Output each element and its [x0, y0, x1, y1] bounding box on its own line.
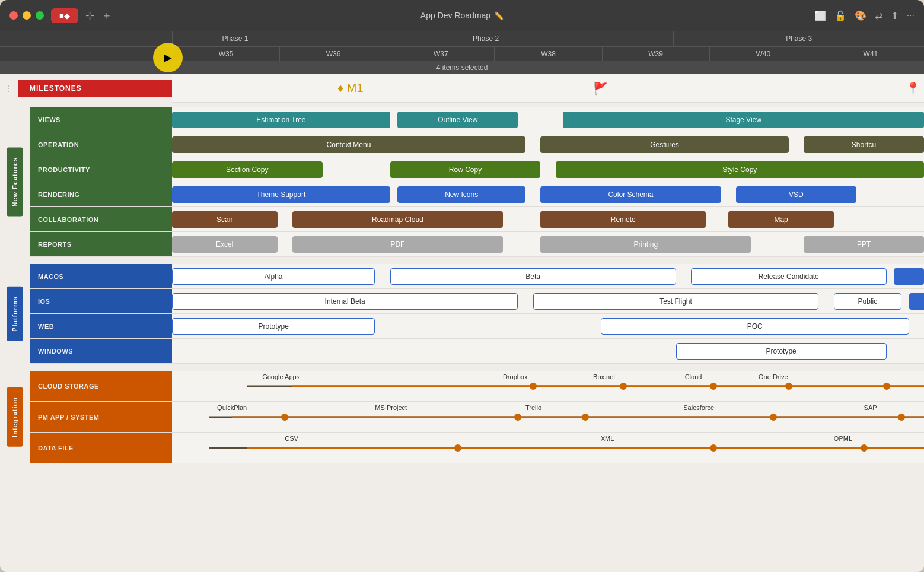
macos-label: MACOS	[30, 264, 172, 288]
milestones-section: ⋮ MILESTONES ♦ M1 🚩 📍	[0, 74, 924, 103]
phase-2: Phase 2	[298, 31, 674, 46]
theme-support-bar[interactable]: Theme Support	[172, 186, 390, 203]
week-w38: W38	[494, 47, 601, 61]
vsd-bar[interactable]: VSD	[736, 186, 856, 203]
week-row: W35 W36 W37 W38 W39 W40 W41	[0, 47, 924, 61]
close-button[interactable]	[9, 11, 18, 20]
timeline-header: Phase 1 Phase 2 Phase 3 W35 W36 W37 W38 …	[0, 31, 924, 74]
new-features-rows: VIEWS Estimation Tree Outline View Stage…	[30, 107, 924, 257]
more-icon[interactable]: ···	[907, 10, 915, 21]
platforms-label: Platforms	[7, 287, 23, 341]
macos-content: Alpha Beta Release Candidate	[172, 264, 924, 288]
reports-content: Excel PDF Printing PPT	[172, 232, 924, 256]
excel-bar[interactable]: Excel	[172, 236, 278, 253]
move-icon[interactable]: ⊹	[85, 9, 94, 22]
selection-text: 4 items selected	[436, 63, 488, 72]
rendering-content: Theme Support New Icons Color Schema VSD	[172, 182, 924, 206]
map-bar[interactable]: Map	[728, 211, 834, 228]
week-w41: W41	[817, 47, 924, 61]
release-candidate-bar[interactable]: Release Candidate	[691, 268, 887, 285]
milestone-m1: ♦ M1	[337, 81, 364, 95]
milestones-label-area: ⋮ MILESTONES	[0, 80, 172, 97]
test-flight-bar[interactable]: Test Flight	[533, 293, 819, 310]
style-copy-bar[interactable]: Style Copy	[556, 161, 924, 178]
context-menu-bar[interactable]: Context Menu	[172, 136, 525, 153]
poc-bar[interactable]: POC	[601, 318, 909, 335]
tool-button[interactable]: ■◆	[51, 8, 78, 23]
data-file-content: CSV XML OPML	[172, 433, 924, 463]
row-copy-bar[interactable]: Row Copy	[390, 161, 541, 178]
sap-label: SAP	[864, 404, 877, 411]
titlebar: ■◆ ⊹ ＋ App Dev Roadmap ✏️ ⬜ 🔓 🎨 ⇄ ⬆ ···	[0, 0, 924, 31]
printing-bar[interactable]: Printing	[540, 236, 751, 253]
cloud-storage-label: CLOUD STORAGE	[30, 371, 172, 401]
new-features-label-col: New Features	[0, 107, 30, 257]
section-copy-bar[interactable]: Section Copy	[172, 161, 323, 178]
estimation-tree-bar[interactable]: Estimation Tree	[172, 112, 390, 128]
tool-icon: ■◆	[59, 11, 70, 20]
pdf-bar[interactable]: PDF	[292, 236, 503, 253]
remote-bar[interactable]: Remote	[540, 211, 706, 228]
onedrive-label: One Drive	[759, 373, 788, 380]
stage-view-bar[interactable]: Stage View	[563, 112, 924, 128]
color-schema-bar[interactable]: Color Schema	[540, 186, 721, 203]
outline-view-bar[interactable]: Outline View	[397, 112, 518, 128]
row-pm-app: PM APP / SYSTEM QuickPlan MS Project	[30, 402, 924, 433]
export-icon[interactable]: ⬆	[891, 10, 898, 21]
web-prototype-bar[interactable]: Prototype	[172, 318, 375, 335]
milestones-content: ♦ M1 🚩 📍	[172, 74, 924, 103]
row-windows: WINDOWS Prototype	[30, 339, 924, 364]
opml-label: OPML	[834, 435, 852, 442]
dropbox-label: Dropbox	[503, 373, 528, 380]
scroll-content[interactable]: ▶ ⋮ MILESTONES ♦ M1 🚩 📍 New Feat	[0, 74, 924, 572]
web-label: WEB	[30, 314, 172, 338]
drag-handle[interactable]: ⋮	[0, 84, 18, 93]
ppt-bar[interactable]: PPT	[804, 236, 924, 253]
new-icons-bar[interactable]: New Icons	[397, 186, 525, 203]
traffic-lights	[9, 11, 44, 20]
internal-beta-bar[interactable]: Internal Beta	[172, 293, 518, 310]
integration-section: Integration CLOUD STORAGE	[0, 371, 924, 463]
gestures-bar[interactable]: Gestures	[540, 136, 788, 153]
shortcut-bar[interactable]: Shortcu	[804, 136, 924, 153]
ios-extra-bar[interactable]	[909, 293, 924, 310]
color-icon[interactable]: 🎨	[855, 10, 866, 21]
ios-label: IOS	[30, 289, 172, 313]
row-reports: REPORTS Excel PDF Printing	[30, 232, 924, 257]
macos-extra-bar[interactable]	[894, 268, 924, 285]
windows-prototype-bar[interactable]: Prototype	[676, 343, 887, 360]
alpha-bar[interactable]: Alpha	[172, 268, 375, 285]
week-w37: W37	[387, 47, 494, 61]
views-content: Estimation Tree Outline View Stage View	[172, 107, 924, 132]
integration-label: Integration	[7, 387, 23, 447]
views-label: VIEWS	[30, 107, 172, 132]
integration-rows: CLOUD STORAGE	[30, 371, 924, 463]
sidebar-icon[interactable]: ⬜	[814, 10, 826, 21]
ms-project-label: MS Project	[375, 404, 407, 411]
week-w40: W40	[709, 47, 817, 61]
public-bar[interactable]: Public	[834, 293, 901, 310]
trello-label: Trello	[525, 404, 541, 411]
row-web: WEB Prototype POC	[30, 314, 924, 339]
new-features-section: New Features VIEWS Estimation Tree	[0, 107, 924, 257]
edit-icon[interactable]: ✏️	[494, 11, 504, 20]
maximize-button[interactable]	[36, 11, 44, 20]
row-collaboration: COLLABORATION Scan Roadmap Cloud Remote	[30, 207, 924, 232]
cloud-storage-content: Google Apps Dropbox Box.net iCloud One D…	[172, 371, 924, 401]
quickplan-label: QuickPlan	[217, 404, 247, 411]
beta-bar[interactable]: Beta	[390, 268, 676, 285]
roadmap-cloud-bar[interactable]: Roadmap Cloud	[292, 211, 503, 228]
row-productivity: PRODUCTIVITY Section Copy Row Copy Style…	[30, 157, 924, 182]
add-icon[interactable]: ＋	[101, 8, 112, 23]
lock-icon[interactable]: 🔓	[834, 10, 846, 21]
csv-label: CSV	[285, 435, 298, 442]
share-icon[interactable]: ⇄	[875, 10, 882, 21]
boxnet-label: Box.net	[593, 373, 615, 380]
windows-content: Prototype	[172, 339, 924, 363]
productivity-label: PRODUCTIVITY	[30, 157, 172, 182]
phase-3: Phase 3	[673, 31, 924, 46]
row-cloud-storage: CLOUD STORAGE	[30, 371, 924, 402]
minimize-button[interactable]	[23, 11, 31, 20]
scan-bar[interactable]: Scan	[172, 211, 278, 228]
row-rendering: RENDERING Theme Support New Icons Color …	[30, 182, 924, 207]
